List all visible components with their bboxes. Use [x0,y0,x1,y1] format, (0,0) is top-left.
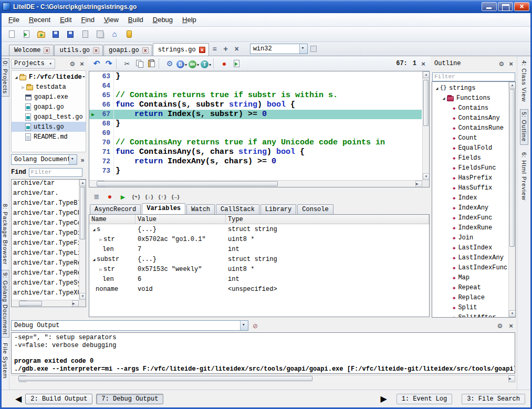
projects-view-combo[interactable]: Projects [11,59,55,69]
statusbar-toggle-button[interactable]: 1: Event Log [397,394,452,404]
breakpoint-margin[interactable] [89,72,97,81]
golang-document-combo[interactable]: Golang Document [11,154,77,165]
code-line[interactable]: 64 [89,81,422,91]
code-line[interactable]: 71 func ContainsAny(s, chars string) boo… [89,148,422,157]
tab-close-icon[interactable] [142,47,149,54]
doc-list-item[interactable]: archive/tar.TypeXGlobalHeader [12,289,79,299]
project-tree-item[interactable]: F:/vfc/liteide-g [12,72,86,82]
editor-toolbar-button[interactable] [213,58,217,69]
outline-item[interactable]: ContainsAny [432,113,508,123]
code-editor[interactable]: 63 } 64 65 // Contains re [89,71,430,187]
outline-item[interactable]: SplitAfter [432,312,508,317]
dock-tab[interactable]: 0: Projects [1,58,9,97]
toolbar-button[interactable] [108,28,121,40]
close-button[interactable] [514,2,529,11]
document-tab[interactable]: Welcome [9,45,54,56]
code-line[interactable]: 66 func Contains(s, substr string) bool … [89,100,422,110]
doc-list-item[interactable]: archive/tar.TypeReg [12,259,79,269]
outline-item[interactable]: Join [432,233,508,243]
maximize-button[interactable] [498,2,513,11]
menu-item[interactable]: Help [178,14,201,25]
editor-toolbar-button[interactable] [159,58,162,69]
doc-list-item[interactable]: archive/tar [12,180,79,190]
code-line[interactable]: 68 } [89,119,422,129]
menu-item[interactable]: File [4,14,24,25]
scroll-down-icon[interactable] [423,173,430,180]
minimize-button[interactable] [482,2,497,11]
code-line[interactable]: 65 // Contains returns true if substr is… [89,91,422,100]
outline-item[interactable]: LastIndexAny [432,253,508,263]
outline-item[interactable]: Contains [432,103,508,113]
breakpoint-margin[interactable] [89,157,97,166]
scroll-up-icon[interactable] [509,82,516,89]
breakpoint-margin[interactable] [89,100,97,110]
outline-item[interactable]: HasSuffix [432,183,508,193]
document-tab[interactable]: utils.go [54,45,103,56]
scrollbar-thumb[interactable] [19,301,42,306]
document-tab[interactable]: strings.go [153,43,209,56]
debug-tab[interactable]: Variables [142,203,185,214]
variable-row[interactable]: len 7 int [89,244,429,254]
menu-item[interactable]: Edit [55,14,76,25]
scrollbar-thumb[interactable] [18,376,312,381]
scroll-up-icon[interactable] [423,71,430,78]
menu-item[interactable]: Recent [24,14,55,25]
env-button[interactable] [308,44,319,54]
project-tree-item[interactable]: goapi.exe [12,92,86,102]
variable-row[interactable]: str 0x5702ac "go1.0.1" uint8 * [89,234,429,244]
code-line[interactable]: 63 } [89,72,422,81]
editor-toolbar-button[interactable] [200,58,212,69]
debug-tab[interactable]: Library [260,204,296,214]
outline-item[interactable]: IndexRune [432,223,508,233]
code-line[interactable]: 67 return Index(s, substr) >= 0 [89,110,422,119]
toolbar-button[interactable] [49,28,62,40]
toolbar-button[interactable] [123,28,135,40]
toolbar-button[interactable] [5,28,18,40]
debug-tab[interactable]: Watch [186,204,215,214]
code-line[interactable]: 73 } [89,166,422,176]
panel-close-icon[interactable] [78,59,86,68]
outline-item[interactable]: Split [432,302,508,312]
build-target-combo[interactable]: win32 [250,44,308,54]
doc-list-item[interactable]: archive/tar.TypeChar [12,209,79,219]
outline-vertical-scrollbar[interactable] [508,82,515,317]
scrollbar-thumb[interactable] [97,181,278,186]
editor-toolbar-button[interactable] [164,58,175,69]
editor-close-icon[interactable] [419,59,427,68]
outline-filter-input[interactable] [432,72,515,81]
breakpoint-margin[interactable] [89,119,97,129]
scrollbar-thumb[interactable] [80,187,85,239]
dock-tab[interactable]: 9: Golang Document [1,270,9,338]
editor-toolbar-button[interactable] [231,58,242,69]
breakpoint-margin[interactable] [89,166,97,176]
gear-icon[interactable] [68,59,77,68]
breakpoint-margin[interactable] [89,81,97,91]
breakpoint-margin[interactable] [89,148,97,157]
statusbar-toggle-button[interactable]: 7: Debug Output [96,394,163,404]
editor-toolbar-button[interactable] [218,58,230,69]
dock-tab[interactable]: 4: Class View [520,58,528,104]
debug-tab[interactable]: CallStack [216,204,259,214]
variable-row[interactable]: len 6 int [89,274,429,284]
editor-toolbar-button[interactable] [145,58,157,69]
code-line[interactable]: 72 return IndexAny(s, chars) >= 0 [89,157,422,166]
statusbar-toggle-button[interactable]: 2: Build Output [25,394,92,404]
outline-item[interactable]: FieldsFunc [432,163,508,173]
clear-output-icon[interactable] [251,321,259,330]
menu-item[interactable]: Debug [148,14,178,25]
overflow-chevron-icon[interactable] [78,155,87,164]
doc-list-item[interactable]: archive/tar.TypeSymlink [12,279,79,289]
toolbar-button[interactable] [93,28,106,40]
dock-tab[interactable]: File System [2,341,9,381]
outline-item[interactable]: Index [432,193,508,203]
outline-item[interactable]: IndexFunc [432,213,508,223]
debug-toolbar-button[interactable] [157,191,168,202]
debug-tab[interactable]: Console [297,204,333,214]
variable-row[interactable]: substr {...} struct string [89,254,429,264]
debug-output-text[interactable]: -sep=", ": setup separators -v=false: ve… [11,332,515,374]
new-tab-button[interactable] [221,44,231,54]
scroll-down-icon[interactable] [509,310,516,317]
outline-item[interactable]: ContainsRune [432,123,508,133]
doc-list-vertical-scrollbar[interactable] [79,180,86,300]
editor-vertical-scrollbar[interactable] [422,71,429,180]
